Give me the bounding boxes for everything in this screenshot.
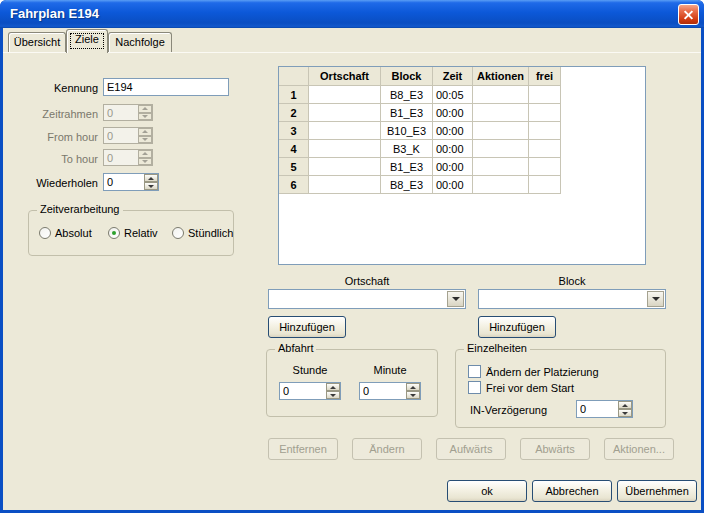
- from-hour-down-icon: [138, 136, 152, 144]
- table-row[interactable]: 4 B3_K 00:00: [279, 140, 561, 158]
- kennung-input[interactable]: [103, 78, 229, 96]
- ziele-table[interactable]: Ortschaft Block Zeit Aktionen frei 1 B8_…: [278, 66, 646, 265]
- ortschaft-combobox[interactable]: [268, 289, 466, 309]
- stunde-spinner[interactable]: [279, 382, 341, 400]
- minute-spinner[interactable]: [359, 382, 421, 400]
- minute-label: Minute: [359, 364, 421, 376]
- tab-uebersicht[interactable]: Übersicht: [8, 32, 66, 52]
- cell-block: B1_E3: [381, 104, 433, 122]
- hinzufuegen-ortschaft-button[interactable]: Hinzufügen: [268, 316, 346, 338]
- titlebar[interactable]: Fahrplan E194: [0, 0, 704, 28]
- cell-frei: [529, 176, 561, 194]
- wiederholen-label: Wiederholen: [13, 177, 98, 189]
- cell-block: B10_E3: [381, 122, 433, 140]
- cell-ortschaft: [309, 140, 381, 158]
- block-combobox[interactable]: [478, 289, 666, 309]
- radio-relativ[interactable]: [108, 227, 120, 239]
- aufwaerts-button: Aufwärts: [436, 438, 506, 460]
- tab-nachfolge[interactable]: Nachfolge: [108, 32, 172, 52]
- stunde-down-icon[interactable]: [326, 391, 340, 399]
- minute-down-icon[interactable]: [406, 391, 420, 399]
- wiederholen-down-icon[interactable]: [144, 182, 158, 190]
- tab-nachfolge-label: Nachfolge: [115, 36, 165, 48]
- block-combo-dropdown-button[interactable]: [647, 291, 664, 307]
- uebernehmen-button[interactable]: Übernehmen: [617, 480, 697, 502]
- table-row[interactable]: 5 B1_E3 00:00: [279, 158, 561, 176]
- from-hour-up-icon: [138, 128, 152, 136]
- cell-block: B8_E3: [381, 176, 433, 194]
- radio-stuendlich-label: Stündlich: [188, 227, 233, 239]
- cell-frei: [529, 158, 561, 176]
- fahrplan-dialog: Fahrplan E194 Übersicht Ziele Nachfolge …: [0, 0, 704, 513]
- ok-button[interactable]: ok: [447, 480, 527, 502]
- radio-absolut[interactable]: [39, 227, 51, 239]
- ortschaft-combo-input[interactable]: [269, 290, 447, 308]
- to-hour-down-icon: [138, 158, 152, 166]
- cell-num: 5: [279, 158, 309, 176]
- zeitrahmen-up-icon: [138, 105, 152, 113]
- in-verzoegerung-label: IN-Verzögerung: [470, 404, 547, 416]
- checkbox-platzierung[interactable]: [468, 365, 481, 378]
- table-row[interactable]: 1 B8_E3 00:05: [279, 86, 561, 104]
- cell-aktionen: [473, 104, 529, 122]
- cell-block: B3_K: [381, 140, 433, 158]
- table-row[interactable]: 2 B1_E3 00:00: [279, 104, 561, 122]
- wiederholen-spinner[interactable]: [103, 173, 159, 191]
- minute-up-icon[interactable]: [406, 383, 420, 391]
- from-hour-label: From hour: [13, 131, 98, 143]
- wiederholen-up-icon[interactable]: [144, 174, 158, 182]
- chevron-down-icon: [652, 297, 660, 301]
- checkbox-frei[interactable]: [468, 381, 481, 394]
- zeitrahmen-spinner: [103, 104, 153, 121]
- in-verzoegerung-down-icon[interactable]: [618, 409, 632, 417]
- zeitrahmen-label: Zeitrahmen: [13, 108, 98, 120]
- close-button[interactable]: [678, 4, 699, 25]
- stunde-up-icon[interactable]: [326, 383, 340, 391]
- zeitverarbeitung-caption: Zeitverarbeitung: [37, 203, 123, 215]
- window-title: Fahrplan E194: [10, 6, 99, 21]
- to-hour-up-icon: [138, 150, 152, 158]
- einzelheiten-group: Einzelheiten Ändern der Platzierung Frei…: [455, 349, 666, 428]
- radio-stuendlich[interactable]: [172, 227, 184, 239]
- ortschaft-combo-dropdown-button[interactable]: [447, 291, 464, 307]
- cell-zeit: 00:00: [433, 122, 473, 140]
- header-zeit: Zeit: [433, 67, 473, 86]
- kennung-label: Kennung: [23, 82, 98, 94]
- block-combo-label: Block: [478, 275, 666, 287]
- cell-num: 4: [279, 140, 309, 158]
- cell-ortschaft: [309, 176, 381, 194]
- header-block: Block: [381, 67, 433, 86]
- in-verzoegerung-spinner[interactable]: [576, 400, 633, 418]
- block-combo-input[interactable]: [479, 290, 647, 308]
- hinzufuegen-block-button[interactable]: Hinzufügen: [478, 316, 556, 338]
- tab-uebersicht-label: Übersicht: [14, 36, 60, 48]
- checkbox-platzierung-label: Ändern der Platzierung: [486, 366, 599, 378]
- entfernen-button: Entfernen: [268, 438, 338, 460]
- cell-frei: [529, 122, 561, 140]
- abfahrt-caption: Abfahrt: [275, 342, 316, 354]
- to-hour-spinner: [103, 149, 153, 166]
- cell-ortschaft: [309, 104, 381, 122]
- cell-ortschaft: [309, 158, 381, 176]
- abbrechen-button[interactable]: Abbrechen: [532, 480, 612, 502]
- from-hour-spinner: [103, 127, 153, 144]
- table-row[interactable]: 6 B8_E3 00:00: [279, 176, 561, 194]
- cell-ortschaft: [309, 122, 381, 140]
- table-row[interactable]: 3 B10_E3 00:00: [279, 122, 561, 140]
- checkbox-frei-label: Frei vor dem Start: [486, 382, 574, 394]
- in-verzoegerung-up-icon[interactable]: [618, 401, 632, 409]
- chevron-down-icon: [452, 297, 460, 301]
- tab-ziele[interactable]: Ziele: [66, 29, 108, 53]
- cell-zeit: 00:00: [433, 140, 473, 158]
- cell-num: 6: [279, 176, 309, 194]
- cell-num: 3: [279, 122, 309, 140]
- cell-aktionen: [473, 176, 529, 194]
- ortschaft-combo-label: Ortschaft: [268, 275, 466, 287]
- radio-absolut-label: Absolut: [55, 227, 92, 239]
- zeitverarbeitung-group: Zeitverarbeitung Absolut Relativ Stündli…: [28, 210, 234, 256]
- cell-aktionen: [473, 122, 529, 140]
- einzelheiten-caption: Einzelheiten: [464, 342, 530, 354]
- table-header-row: Ortschaft Block Zeit Aktionen frei: [279, 67, 561, 86]
- radio-relativ-label: Relativ: [124, 227, 158, 239]
- cell-frei: [529, 86, 561, 104]
